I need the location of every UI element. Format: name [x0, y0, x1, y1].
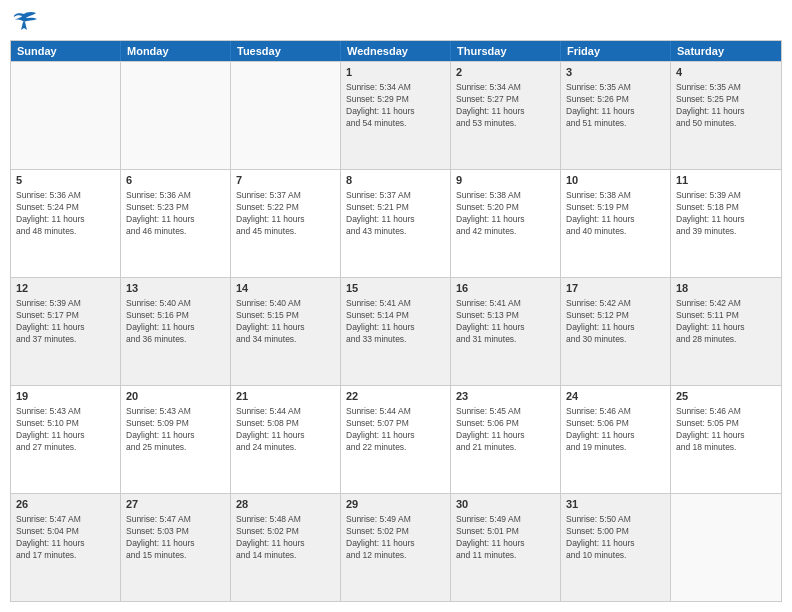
day-number: 15 [346, 281, 445, 296]
calendar-cell-r5c4: 29Sunrise: 5:49 AM Sunset: 5:02 PM Dayli… [341, 494, 451, 601]
day-info: Sunrise: 5:42 AM Sunset: 5:12 PM Dayligh… [566, 298, 665, 346]
day-info: Sunrise: 5:37 AM Sunset: 5:22 PM Dayligh… [236, 190, 335, 238]
day-number: 21 [236, 389, 335, 404]
day-info: Sunrise: 5:42 AM Sunset: 5:11 PM Dayligh… [676, 298, 776, 346]
calendar-cell-r3c2: 13Sunrise: 5:40 AM Sunset: 5:16 PM Dayli… [121, 278, 231, 385]
day-info: Sunrise: 5:46 AM Sunset: 5:06 PM Dayligh… [566, 406, 665, 454]
day-number: 14 [236, 281, 335, 296]
weekday-header-wednesday: Wednesday [341, 41, 451, 61]
day-number: 16 [456, 281, 555, 296]
day-info: Sunrise: 5:34 AM Sunset: 5:27 PM Dayligh… [456, 82, 555, 130]
calendar-cell-r3c4: 15Sunrise: 5:41 AM Sunset: 5:14 PM Dayli… [341, 278, 451, 385]
day-number: 7 [236, 173, 335, 188]
calendar-cell-r1c5: 2Sunrise: 5:34 AM Sunset: 5:27 PM Daylig… [451, 62, 561, 169]
calendar-cell-r2c1: 5Sunrise: 5:36 AM Sunset: 5:24 PM Daylig… [11, 170, 121, 277]
calendar-cell-r5c7 [671, 494, 781, 601]
day-number: 3 [566, 65, 665, 80]
day-number: 13 [126, 281, 225, 296]
calendar-cell-r2c6: 10Sunrise: 5:38 AM Sunset: 5:19 PM Dayli… [561, 170, 671, 277]
day-info: Sunrise: 5:44 AM Sunset: 5:08 PM Dayligh… [236, 406, 335, 454]
day-number: 22 [346, 389, 445, 404]
day-number: 9 [456, 173, 555, 188]
calendar-cell-r3c1: 12Sunrise: 5:39 AM Sunset: 5:17 PM Dayli… [11, 278, 121, 385]
day-number: 18 [676, 281, 776, 296]
calendar-row-2: 5Sunrise: 5:36 AM Sunset: 5:24 PM Daylig… [11, 169, 781, 277]
page: SundayMondayTuesdayWednesdayThursdayFrid… [0, 0, 792, 612]
day-info: Sunrise: 5:48 AM Sunset: 5:02 PM Dayligh… [236, 514, 335, 562]
calendar-cell-r5c3: 28Sunrise: 5:48 AM Sunset: 5:02 PM Dayli… [231, 494, 341, 601]
day-number: 12 [16, 281, 115, 296]
day-info: Sunrise: 5:37 AM Sunset: 5:21 PM Dayligh… [346, 190, 445, 238]
calendar-cell-r3c3: 14Sunrise: 5:40 AM Sunset: 5:15 PM Dayli… [231, 278, 341, 385]
calendar-cell-r4c1: 19Sunrise: 5:43 AM Sunset: 5:10 PM Dayli… [11, 386, 121, 493]
day-info: Sunrise: 5:38 AM Sunset: 5:20 PM Dayligh… [456, 190, 555, 238]
day-number: 30 [456, 497, 555, 512]
calendar-body: 1Sunrise: 5:34 AM Sunset: 5:29 PM Daylig… [11, 61, 781, 601]
day-number: 10 [566, 173, 665, 188]
header [10, 10, 782, 32]
calendar-cell-r4c7: 25Sunrise: 5:46 AM Sunset: 5:05 PM Dayli… [671, 386, 781, 493]
calendar-cell-r2c5: 9Sunrise: 5:38 AM Sunset: 5:20 PM Daylig… [451, 170, 561, 277]
day-number: 4 [676, 65, 776, 80]
day-info: Sunrise: 5:46 AM Sunset: 5:05 PM Dayligh… [676, 406, 776, 454]
day-number: 2 [456, 65, 555, 80]
day-number: 31 [566, 497, 665, 512]
calendar-cell-r2c3: 7Sunrise: 5:37 AM Sunset: 5:22 PM Daylig… [231, 170, 341, 277]
day-number: 19 [16, 389, 115, 404]
weekday-header-tuesday: Tuesday [231, 41, 341, 61]
day-info: Sunrise: 5:43 AM Sunset: 5:09 PM Dayligh… [126, 406, 225, 454]
day-number: 25 [676, 389, 776, 404]
weekday-header-saturday: Saturday [671, 41, 781, 61]
day-info: Sunrise: 5:35 AM Sunset: 5:26 PM Dayligh… [566, 82, 665, 130]
calendar-cell-r1c2 [121, 62, 231, 169]
day-info: Sunrise: 5:40 AM Sunset: 5:16 PM Dayligh… [126, 298, 225, 346]
day-number: 1 [346, 65, 445, 80]
day-number: 27 [126, 497, 225, 512]
day-info: Sunrise: 5:35 AM Sunset: 5:25 PM Dayligh… [676, 82, 776, 130]
calendar-cell-r2c2: 6Sunrise: 5:36 AM Sunset: 5:23 PM Daylig… [121, 170, 231, 277]
day-info: Sunrise: 5:45 AM Sunset: 5:06 PM Dayligh… [456, 406, 555, 454]
calendar-row-1: 1Sunrise: 5:34 AM Sunset: 5:29 PM Daylig… [11, 61, 781, 169]
day-info: Sunrise: 5:44 AM Sunset: 5:07 PM Dayligh… [346, 406, 445, 454]
day-info: Sunrise: 5:36 AM Sunset: 5:23 PM Dayligh… [126, 190, 225, 238]
calendar-cell-r4c6: 24Sunrise: 5:46 AM Sunset: 5:06 PM Dayli… [561, 386, 671, 493]
day-number: 5 [16, 173, 115, 188]
day-info: Sunrise: 5:49 AM Sunset: 5:01 PM Dayligh… [456, 514, 555, 562]
calendar-cell-r1c4: 1Sunrise: 5:34 AM Sunset: 5:29 PM Daylig… [341, 62, 451, 169]
day-number: 24 [566, 389, 665, 404]
calendar: SundayMondayTuesdayWednesdayThursdayFrid… [10, 40, 782, 602]
calendar-cell-r4c3: 21Sunrise: 5:44 AM Sunset: 5:08 PM Dayli… [231, 386, 341, 493]
calendar-cell-r1c6: 3Sunrise: 5:35 AM Sunset: 5:26 PM Daylig… [561, 62, 671, 169]
calendar-cell-r5c5: 30Sunrise: 5:49 AM Sunset: 5:01 PM Dayli… [451, 494, 561, 601]
weekday-header-friday: Friday [561, 41, 671, 61]
day-number: 6 [126, 173, 225, 188]
calendar-cell-r3c6: 17Sunrise: 5:42 AM Sunset: 5:12 PM Dayli… [561, 278, 671, 385]
calendar-header: SundayMondayTuesdayWednesdayThursdayFrid… [11, 41, 781, 61]
calendar-cell-r5c1: 26Sunrise: 5:47 AM Sunset: 5:04 PM Dayli… [11, 494, 121, 601]
day-number: 11 [676, 173, 776, 188]
weekday-header-sunday: Sunday [11, 41, 121, 61]
day-number: 28 [236, 497, 335, 512]
day-info: Sunrise: 5:47 AM Sunset: 5:03 PM Dayligh… [126, 514, 225, 562]
calendar-cell-r4c2: 20Sunrise: 5:43 AM Sunset: 5:09 PM Dayli… [121, 386, 231, 493]
calendar-cell-r2c7: 11Sunrise: 5:39 AM Sunset: 5:18 PM Dayli… [671, 170, 781, 277]
calendar-cell-r1c1 [11, 62, 121, 169]
day-info: Sunrise: 5:47 AM Sunset: 5:04 PM Dayligh… [16, 514, 115, 562]
weekday-header-thursday: Thursday [451, 41, 561, 61]
day-info: Sunrise: 5:41 AM Sunset: 5:14 PM Dayligh… [346, 298, 445, 346]
day-info: Sunrise: 5:50 AM Sunset: 5:00 PM Dayligh… [566, 514, 665, 562]
calendar-cell-r4c5: 23Sunrise: 5:45 AM Sunset: 5:06 PM Dayli… [451, 386, 561, 493]
calendar-cell-r5c6: 31Sunrise: 5:50 AM Sunset: 5:00 PM Dayli… [561, 494, 671, 601]
day-info: Sunrise: 5:38 AM Sunset: 5:19 PM Dayligh… [566, 190, 665, 238]
day-number: 26 [16, 497, 115, 512]
calendar-row-4: 19Sunrise: 5:43 AM Sunset: 5:10 PM Dayli… [11, 385, 781, 493]
calendar-cell-r5c2: 27Sunrise: 5:47 AM Sunset: 5:03 PM Dayli… [121, 494, 231, 601]
day-info: Sunrise: 5:40 AM Sunset: 5:15 PM Dayligh… [236, 298, 335, 346]
calendar-cell-r3c5: 16Sunrise: 5:41 AM Sunset: 5:13 PM Dayli… [451, 278, 561, 385]
day-number: 17 [566, 281, 665, 296]
calendar-row-5: 26Sunrise: 5:47 AM Sunset: 5:04 PM Dayli… [11, 493, 781, 601]
day-number: 20 [126, 389, 225, 404]
calendar-cell-r2c4: 8Sunrise: 5:37 AM Sunset: 5:21 PM Daylig… [341, 170, 451, 277]
calendar-row-3: 12Sunrise: 5:39 AM Sunset: 5:17 PM Dayli… [11, 277, 781, 385]
calendar-cell-r3c7: 18Sunrise: 5:42 AM Sunset: 5:11 PM Dayli… [671, 278, 781, 385]
